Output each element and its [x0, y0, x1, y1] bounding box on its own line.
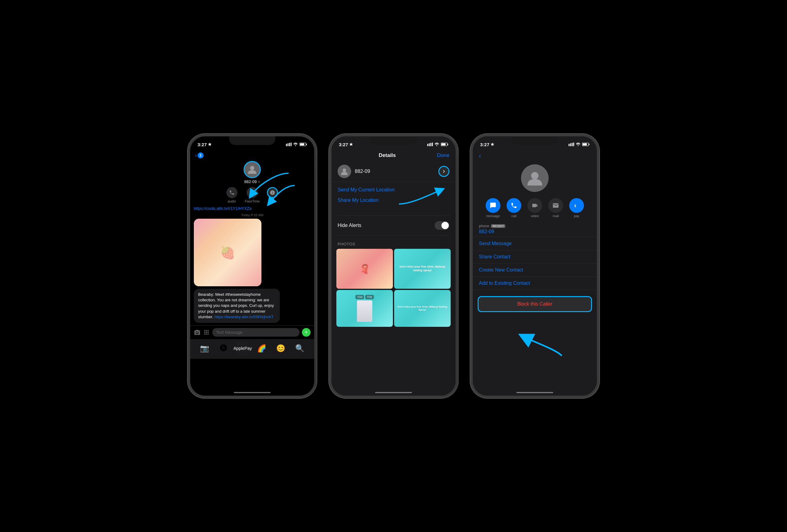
svg-point-4 [295, 145, 296, 146]
svg-rect-16 [448, 144, 448, 145]
svg-rect-25 [589, 144, 590, 145]
msg-time: Today 8:15 AM [194, 213, 311, 217]
audio-icon [227, 187, 237, 198]
details-done-button[interactable]: Done [437, 152, 449, 158]
msg-link-2[interactable]: https://bearaby.attn.tv/l/8Pd/jhvhT [214, 315, 274, 319]
svg-rect-19 [570, 144, 571, 147]
msg-bubble: Bearaby: Meet #thesweetstayhome collecti… [194, 289, 280, 323]
svg-rect-9 [427, 144, 428, 146]
phone-2-screen: 3:27 Details Done 882-0 [332, 136, 455, 396]
svg-rect-15 [442, 144, 446, 146]
arrow-4 [513, 322, 574, 359]
msg-link-1[interactable]: https://coola.attn.tv/l/1Y1/HYXZa [194, 206, 311, 211]
img-placeholder [194, 219, 261, 286]
share-contact-link[interactable]: Share Contact [479, 254, 510, 259]
svg-rect-12 [432, 143, 433, 146]
hide-alerts-label: Hide Alerts [338, 223, 361, 228]
home-indicator-2 [375, 392, 412, 393]
svg-rect-7 [306, 144, 307, 145]
contact-actions: message call video [473, 197, 597, 221]
phone-number[interactable]: 882-09 [479, 229, 591, 234]
status-time-3: 3:27 [480, 142, 494, 147]
add-existing-row[interactable]: Add to Existing Contact [473, 277, 597, 290]
pay-action[interactable]: $ pay [569, 198, 584, 218]
message-action[interactable]: message [486, 198, 501, 218]
send-message-link[interactable]: Send Message [479, 241, 512, 246]
svg-rect-11 [430, 143, 431, 146]
dock-activity[interactable]: 🌈 [255, 342, 269, 355]
status-time-2: 3:27 [339, 142, 353, 147]
details-chevron[interactable] [438, 166, 449, 177]
msg-input[interactable]: Text Message [212, 328, 299, 337]
photo-4-text: Don't miss your free 10mL Makeup Setting… [397, 305, 448, 312]
details-title: Details [379, 152, 396, 158]
call-icon [507, 198, 521, 213]
facetime-icon [247, 187, 258, 198]
hide-alerts-toggle[interactable] [435, 221, 449, 230]
status-icons-3 [569, 143, 590, 146]
facetime-action[interactable]: FaceTime [245, 187, 260, 203]
share-contact-row[interactable]: Share Contact [473, 250, 597, 263]
svg-rect-21 [573, 143, 574, 146]
send-message-row[interactable]: Send Message [473, 237, 597, 250]
photos-grid: 🧣 Don't miss your free 10mL Makeup Setti… [332, 249, 455, 327]
svg-rect-18 [569, 144, 570, 146]
svg-point-17 [343, 169, 346, 172]
hide-alerts-row: Hide Alerts [332, 218, 455, 233]
call-action[interactable]: call [507, 198, 521, 218]
dock-photos[interactable]: 📷 [198, 342, 211, 355]
info-action[interactable]: info [267, 187, 278, 203]
photos-header: PHOTOS [332, 238, 455, 249]
camera-icon[interactable] [194, 329, 200, 336]
svg-rect-1 [288, 144, 289, 147]
msg-contact-name: 882-09 ∨ [244, 179, 260, 184]
msg-image [194, 219, 261, 286]
status-bar-2: 3:27 [332, 136, 455, 150]
home-indicator-3 [516, 392, 553, 393]
details-contact-name: 882-09 [355, 169, 435, 174]
block-caller-section: Block this Caller [473, 293, 597, 316]
mail-action[interactable]: mail [548, 198, 563, 218]
msg-input-icons [194, 329, 210, 336]
contact-nav: ‹ [473, 150, 597, 162]
phone-1: 3:27 ‹ 3 [188, 134, 317, 398]
video-action[interactable]: video [527, 198, 542, 218]
pay-action-label: pay [574, 214, 579, 218]
details-nav: Details Done [332, 150, 455, 161]
details-contact-row[interactable]: 882-09 [332, 161, 455, 182]
msg-back-button[interactable]: ‹ 3 [195, 152, 204, 158]
svg-rect-10 [429, 144, 430, 147]
add-existing-link[interactable]: Add to Existing Contact [479, 280, 530, 286]
svg-text:$: $ [574, 204, 576, 208]
photo-3: 7/24 7/26 [336, 290, 393, 327]
mail-icon [548, 198, 563, 213]
dock-bar: 📷 🅐 ApplePay 🌈 😊 🔍 [190, 339, 314, 359]
photo-2: Don't miss your free 10mL Makeup Setting… [394, 249, 451, 289]
apps-icon[interactable] [203, 329, 210, 336]
msg-avatar[interactable] [243, 161, 261, 178]
facetime-label: FaceTime [245, 199, 260, 203]
block-caller-button[interactable]: Block this Caller [478, 296, 592, 312]
dock-appstore[interactable]: 🅐 [217, 342, 230, 355]
dock-search[interactable]: 🔍 [293, 342, 306, 355]
audio-action[interactable]: audio [227, 187, 237, 203]
photo-2-text: Don't miss your free 10mL Makeup Setting… [397, 265, 448, 272]
dock-applepay[interactable]: ApplePay [236, 342, 250, 355]
audio-label: audio [228, 199, 236, 203]
svg-point-8 [250, 166, 254, 170]
create-contact-link[interactable]: Create New Contact [479, 267, 523, 273]
contact-back-button[interactable]: ‹ [479, 152, 481, 159]
dock-memoji[interactable]: 😊 [274, 342, 288, 355]
svg-rect-6 [300, 144, 304, 146]
msg-contact-area: 882-09 ∨ [190, 160, 314, 185]
divider-2 [338, 235, 449, 236]
message-icon [486, 198, 501, 213]
scene: 3:27 ‹ 3 [0, 0, 787, 532]
svg-point-26 [531, 172, 538, 179]
send-button[interactable] [302, 328, 311, 337]
svg-point-13 [437, 145, 438, 146]
create-contact-row[interactable]: Create New Contact [473, 263, 597, 277]
status-icons-1 [286, 143, 307, 146]
svg-rect-3 [291, 143, 292, 146]
status-bar-1: 3:27 [190, 136, 314, 150]
